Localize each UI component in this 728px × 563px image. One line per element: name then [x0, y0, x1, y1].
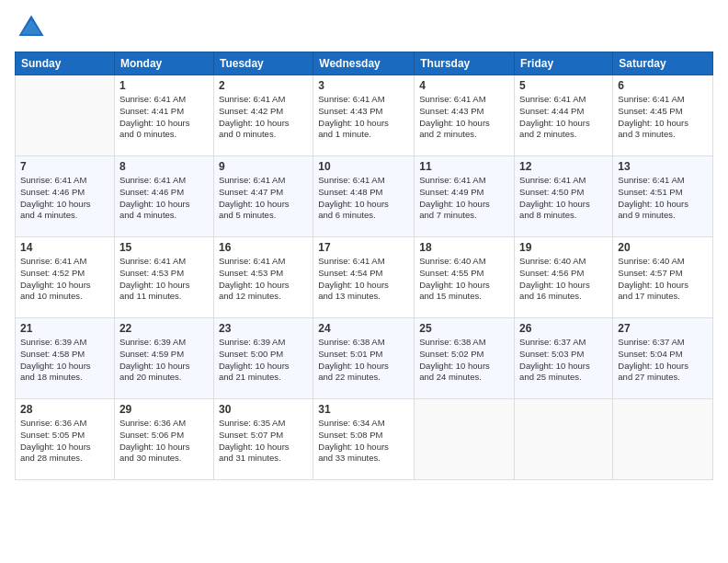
day-info: Sunrise: 6:36 AMSunset: 5:05 PMDaylight:…: [20, 418, 109, 465]
calendar-week-row: 21Sunrise: 6:39 AMSunset: 4:58 PMDayligh…: [16, 318, 713, 399]
calendar-week-row: 28Sunrise: 6:36 AMSunset: 5:05 PMDayligh…: [16, 399, 713, 480]
day-info: Sunrise: 6:39 AMSunset: 4:59 PMDaylight:…: [119, 337, 209, 384]
calendar-cell: 22Sunrise: 6:39 AMSunset: 4:59 PMDayligh…: [114, 318, 213, 399]
day-info: Sunrise: 6:41 AMSunset: 4:54 PMDaylight:…: [318, 256, 409, 303]
calendar-cell: 18Sunrise: 6:40 AMSunset: 4:55 PMDayligh…: [415, 237, 515, 318]
calendar-header-thursday: Thursday: [415, 52, 515, 75]
day-info: Sunrise: 6:41 AMSunset: 4:44 PMDaylight:…: [519, 94, 608, 141]
calendar-cell: 5Sunrise: 6:41 AMSunset: 4:44 PMDaylight…: [515, 75, 613, 156]
calendar-cell: 16Sunrise: 6:41 AMSunset: 4:53 PMDayligh…: [213, 237, 313, 318]
day-info: Sunrise: 6:41 AMSunset: 4:47 PMDaylight:…: [219, 175, 308, 222]
calendar-cell: 27Sunrise: 6:37 AMSunset: 5:04 PMDayligh…: [613, 318, 713, 399]
calendar-week-row: 7Sunrise: 6:41 AMSunset: 4:46 PMDaylight…: [16, 156, 713, 237]
calendar-header-saturday: Saturday: [613, 52, 713, 75]
calendar-table: SundayMondayTuesdayWednesdayThursdayFrid…: [15, 52, 713, 480]
day-number: 18: [419, 241, 509, 254]
day-info: Sunrise: 6:34 AMSunset: 5:08 PMDaylight:…: [318, 418, 409, 465]
calendar-cell: 4Sunrise: 6:41 AMSunset: 4:43 PMDaylight…: [415, 75, 515, 156]
calendar-cell: 21Sunrise: 6:39 AMSunset: 4:58 PMDayligh…: [16, 318, 115, 399]
calendar-week-row: 14Sunrise: 6:41 AMSunset: 4:52 PMDayligh…: [16, 237, 713, 318]
page: SundayMondayTuesdayWednesdayThursdayFrid…: [0, 0, 728, 563]
calendar-cell: 31Sunrise: 6:34 AMSunset: 5:08 PMDayligh…: [313, 399, 415, 480]
day-number: 20: [618, 241, 708, 254]
day-info: Sunrise: 6:40 AMSunset: 4:55 PMDaylight:…: [419, 256, 509, 303]
day-info: Sunrise: 6:39 AMSunset: 5:00 PMDaylight:…: [219, 337, 308, 384]
day-number: 13: [618, 160, 708, 173]
calendar-header-monday: Monday: [114, 52, 213, 75]
calendar-cell: 6Sunrise: 6:41 AMSunset: 4:45 PMDaylight…: [613, 75, 713, 156]
day-info: Sunrise: 6:40 AMSunset: 4:57 PMDaylight:…: [618, 256, 708, 303]
day-info: Sunrise: 6:41 AMSunset: 4:52 PMDaylight:…: [20, 256, 109, 303]
day-number: 19: [519, 241, 608, 254]
day-info: Sunrise: 6:40 AMSunset: 4:56 PMDaylight:…: [519, 256, 608, 303]
day-info: Sunrise: 6:41 AMSunset: 4:46 PMDaylight:…: [119, 175, 209, 222]
day-number: 11: [419, 160, 509, 173]
day-number: 5: [519, 79, 608, 92]
calendar-cell: [613, 399, 713, 480]
calendar-cell: 1Sunrise: 6:41 AMSunset: 4:41 PMDaylight…: [114, 75, 213, 156]
calendar-header-friday: Friday: [515, 52, 613, 75]
day-info: Sunrise: 6:41 AMSunset: 4:43 PMDaylight:…: [318, 94, 409, 141]
logo: [15, 11, 50, 44]
calendar-header-row: SundayMondayTuesdayWednesdayThursdayFrid…: [16, 52, 713, 75]
day-info: Sunrise: 6:41 AMSunset: 4:43 PMDaylight:…: [419, 94, 509, 141]
day-number: 15: [119, 241, 209, 254]
calendar-cell: 17Sunrise: 6:41 AMSunset: 4:54 PMDayligh…: [313, 237, 415, 318]
calendar-cell: 26Sunrise: 6:37 AMSunset: 5:03 PMDayligh…: [515, 318, 613, 399]
day-info: Sunrise: 6:41 AMSunset: 4:51 PMDaylight:…: [618, 175, 708, 222]
calendar-cell: 3Sunrise: 6:41 AMSunset: 4:43 PMDaylight…: [313, 75, 415, 156]
calendar-cell: [16, 75, 115, 156]
day-info: Sunrise: 6:38 AMSunset: 5:02 PMDaylight:…: [419, 337, 509, 384]
day-number: 17: [318, 241, 409, 254]
calendar-cell: 30Sunrise: 6:35 AMSunset: 5:07 PMDayligh…: [213, 399, 313, 480]
day-number: 24: [318, 322, 409, 335]
day-info: Sunrise: 6:41 AMSunset: 4:48 PMDaylight:…: [318, 175, 409, 222]
day-number: 31: [318, 403, 409, 416]
calendar-cell: 20Sunrise: 6:40 AMSunset: 4:57 PMDayligh…: [613, 237, 713, 318]
day-info: Sunrise: 6:39 AMSunset: 4:58 PMDaylight:…: [20, 337, 109, 384]
day-info: Sunrise: 6:37 AMSunset: 5:04 PMDaylight:…: [618, 337, 708, 384]
day-number: 9: [219, 160, 308, 173]
calendar-cell: 7Sunrise: 6:41 AMSunset: 4:46 PMDaylight…: [16, 156, 115, 237]
day-info: Sunrise: 6:41 AMSunset: 4:45 PMDaylight:…: [618, 94, 708, 141]
day-number: 27: [618, 322, 708, 335]
day-number: 14: [20, 241, 109, 254]
calendar-cell: 9Sunrise: 6:41 AMSunset: 4:47 PMDaylight…: [213, 156, 313, 237]
day-number: 16: [219, 241, 308, 254]
day-number: 8: [119, 160, 209, 173]
day-number: 1: [119, 79, 209, 92]
day-info: Sunrise: 6:36 AMSunset: 5:06 PMDaylight:…: [119, 418, 209, 465]
day-number: 21: [20, 322, 109, 335]
day-info: Sunrise: 6:41 AMSunset: 4:49 PMDaylight:…: [419, 175, 509, 222]
day-number: 25: [419, 322, 509, 335]
calendar-cell: 29Sunrise: 6:36 AMSunset: 5:06 PMDayligh…: [114, 399, 213, 480]
calendar-header-tuesday: Tuesday: [213, 52, 313, 75]
day-number: 30: [219, 403, 308, 416]
calendar-cell: 8Sunrise: 6:41 AMSunset: 4:46 PMDaylight…: [114, 156, 213, 237]
calendar-cell: [415, 399, 515, 480]
calendar-header-wednesday: Wednesday: [313, 52, 415, 75]
day-info: Sunrise: 6:41 AMSunset: 4:53 PMDaylight:…: [119, 256, 209, 303]
logo-icon: [15, 11, 48, 44]
day-number: 4: [419, 79, 509, 92]
header: [15, 11, 713, 44]
day-number: 22: [119, 322, 209, 335]
day-info: Sunrise: 6:41 AMSunset: 4:53 PMDaylight:…: [219, 256, 308, 303]
calendar-cell: 23Sunrise: 6:39 AMSunset: 5:00 PMDayligh…: [213, 318, 313, 399]
calendar-cell: 14Sunrise: 6:41 AMSunset: 4:52 PMDayligh…: [16, 237, 115, 318]
calendar-cell: 12Sunrise: 6:41 AMSunset: 4:50 PMDayligh…: [515, 156, 613, 237]
day-number: 3: [318, 79, 409, 92]
calendar-week-row: 1Sunrise: 6:41 AMSunset: 4:41 PMDaylight…: [16, 75, 713, 156]
day-number: 23: [219, 322, 308, 335]
day-number: 28: [20, 403, 109, 416]
day-info: Sunrise: 6:41 AMSunset: 4:46 PMDaylight:…: [20, 175, 109, 222]
calendar-header-sunday: Sunday: [16, 52, 115, 75]
calendar-cell: 25Sunrise: 6:38 AMSunset: 5:02 PMDayligh…: [415, 318, 515, 399]
calendar-cell: 19Sunrise: 6:40 AMSunset: 4:56 PMDayligh…: [515, 237, 613, 318]
calendar-cell: 15Sunrise: 6:41 AMSunset: 4:53 PMDayligh…: [114, 237, 213, 318]
calendar-cell: 13Sunrise: 6:41 AMSunset: 4:51 PMDayligh…: [613, 156, 713, 237]
day-info: Sunrise: 6:37 AMSunset: 5:03 PMDaylight:…: [519, 337, 608, 384]
calendar-cell: [515, 399, 613, 480]
day-number: 12: [519, 160, 608, 173]
day-info: Sunrise: 6:41 AMSunset: 4:42 PMDaylight:…: [219, 94, 308, 141]
